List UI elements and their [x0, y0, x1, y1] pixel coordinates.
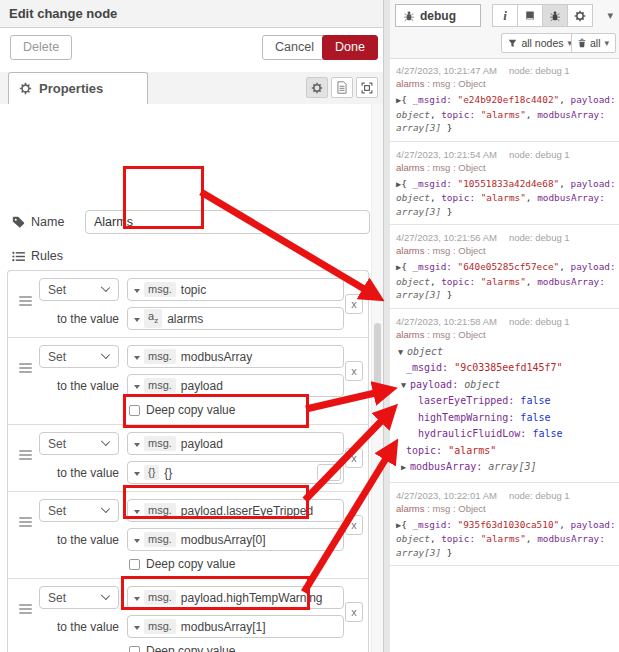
type-chip-msg[interactable]: msg.	[144, 378, 176, 393]
tab-debug[interactable]: debug	[395, 4, 481, 27]
filter-label: all nodes	[521, 37, 563, 49]
value-input[interactable]: {} {} ...	[127, 461, 344, 484]
deep-copy-label: Deep copy value	[146, 557, 235, 571]
property-input[interactable]: msg. payload	[127, 432, 344, 455]
message-path: msg : Object	[432, 162, 485, 173]
deep-copy-checkbox[interactable]	[129, 559, 140, 570]
debug-messages-button[interactable]	[542, 4, 568, 27]
property-input[interactable]: msg. payload.highTempWarning	[127, 586, 344, 609]
message-json-preview[interactable]: ▶{ _msgid: "640e05285cf57ece", payload: …	[396, 260, 616, 302]
property-input[interactable]: msg. modbusArray	[127, 345, 344, 368]
type-caret-icon[interactable]	[134, 443, 140, 450]
expand-caret-icon[interactable]: ▶	[401, 459, 410, 476]
deep-copy-checkbox[interactable]	[129, 405, 140, 416]
action-select[interactable]: Set	[39, 278, 119, 301]
collapse-caret-icon[interactable]: ▼	[398, 344, 407, 361]
field-value: false	[520, 412, 550, 423]
type-chip-string[interactable]: az	[144, 309, 162, 328]
value-input[interactable]: msg. modbusArray[0]	[127, 528, 344, 551]
type-caret-icon[interactable]	[134, 472, 140, 479]
drag-handle[interactable]	[19, 296, 32, 308]
expand-dialog-button[interactable]	[356, 77, 378, 98]
message-source-name: alarms	[396, 245, 425, 256]
type-caret-icon[interactable]	[134, 597, 140, 604]
type-chip-msg[interactable]: msg.	[144, 590, 176, 605]
clear-messages-dropdown[interactable]: all ▾	[571, 33, 616, 53]
msgid-value: "9c03385eefd145f7"	[454, 362, 562, 373]
type-caret-icon[interactable]	[134, 539, 140, 546]
rules-label: Rules	[31, 249, 63, 263]
type-chip-msg[interactable]: msg.	[144, 532, 176, 547]
description-button[interactable]	[331, 77, 353, 98]
debug-header: debug i ▾	[390, 0, 619, 30]
help-button[interactable]	[517, 4, 543, 27]
expand-editor-button[interactable]: ...	[317, 464, 341, 481]
editor-scrollbar[interactable]	[371, 104, 383, 652]
topic-value: "alarms"	[448, 445, 496, 456]
remove-rule-button[interactable]: x	[345, 602, 363, 622]
filter-nodes-dropdown[interactable]: all nodes ▾	[501, 33, 579, 53]
trash-icon	[578, 38, 586, 48]
collapse-caret-icon[interactable]: ▼	[401, 377, 410, 394]
type-chip-msg[interactable]: msg.	[144, 282, 176, 297]
delete-button[interactable]: Delete	[10, 35, 72, 60]
properties-gear-button[interactable]	[306, 77, 328, 98]
remove-rule-button[interactable]: x	[345, 515, 363, 535]
property-value: payload.highTempWarning	[181, 591, 323, 605]
clear-label: all	[590, 37, 601, 49]
property-input[interactable]: msg. payload.laserEyeTripped	[127, 499, 344, 522]
chevron-down-icon[interactable]: ▾	[607, 9, 613, 22]
type-chip-msg[interactable]: msg.	[144, 349, 176, 364]
bug-icon	[549, 10, 561, 22]
node-info-button[interactable]: i	[492, 4, 518, 27]
done-button[interactable]: Done	[322, 35, 378, 60]
type-chip-msg[interactable]: msg.	[144, 503, 176, 518]
type-chip-json[interactable]: {}	[144, 465, 159, 480]
cancel-button[interactable]: Cancel	[262, 35, 327, 60]
name-label: Name	[31, 215, 64, 229]
message-json-preview[interactable]: ▶{ _msgid: "e24b920ef18c4402", payload: …	[396, 93, 616, 135]
type-chip-msg[interactable]: msg.	[144, 619, 176, 634]
type-caret-icon[interactable]	[134, 356, 140, 363]
action-select[interactable]: Set	[39, 345, 119, 368]
message-source-name: alarms	[396, 503, 425, 514]
drag-handle[interactable]	[19, 604, 32, 616]
deep-copy-label: Deep copy value	[146, 403, 235, 417]
action-select[interactable]: Set	[39, 432, 119, 455]
scrollbar-thumb[interactable]	[374, 323, 381, 397]
value-text: {}	[164, 466, 172, 480]
gear-icon	[574, 10, 586, 22]
object-type: object	[407, 346, 443, 357]
action-select-value: Set	[48, 283, 66, 297]
remove-rule-button[interactable]: x	[345, 294, 363, 314]
property-value: modbusArray	[181, 350, 252, 364]
value-input[interactable]: msg. modbusArray[1]	[127, 615, 344, 638]
value-input[interactable]: msg. payload	[127, 374, 344, 397]
message-json-preview[interactable]: ▶{ _msgid: "935f63d1030ca510", payload: …	[396, 518, 616, 560]
value-input[interactable]: az alarms	[127, 307, 344, 330]
remove-rule-button[interactable]: x	[345, 361, 363, 381]
info-icon: i	[503, 8, 507, 24]
tag-icon	[12, 216, 25, 229]
field-key: highTempWarning:	[418, 412, 520, 423]
to-value-label: to the value	[8, 620, 127, 634]
name-input[interactable]	[85, 210, 370, 234]
config-nodes-button[interactable]	[567, 4, 593, 27]
message-json-preview[interactable]: ▶{ _msgid: "10551833a42d4e68", payload: …	[396, 177, 616, 219]
type-caret-icon[interactable]	[134, 385, 140, 392]
property-input[interactable]: msg. topic	[127, 278, 344, 301]
drag-handle[interactable]	[19, 450, 32, 462]
type-caret-icon[interactable]	[134, 318, 140, 325]
type-caret-icon[interactable]	[134, 626, 140, 633]
message-source-name: alarms	[396, 329, 425, 340]
action-select[interactable]: Set	[39, 499, 119, 522]
tab-properties[interactable]: Properties	[8, 72, 148, 104]
type-chip-msg[interactable]: msg.	[144, 436, 176, 451]
drag-handle[interactable]	[19, 517, 32, 529]
type-caret-icon[interactable]	[134, 289, 140, 296]
remove-rule-button[interactable]: x	[345, 448, 363, 468]
drag-handle[interactable]	[19, 363, 32, 375]
type-caret-icon[interactable]	[134, 510, 140, 517]
action-select[interactable]: Set	[39, 586, 119, 609]
deep-copy-checkbox[interactable]	[129, 646, 140, 652]
